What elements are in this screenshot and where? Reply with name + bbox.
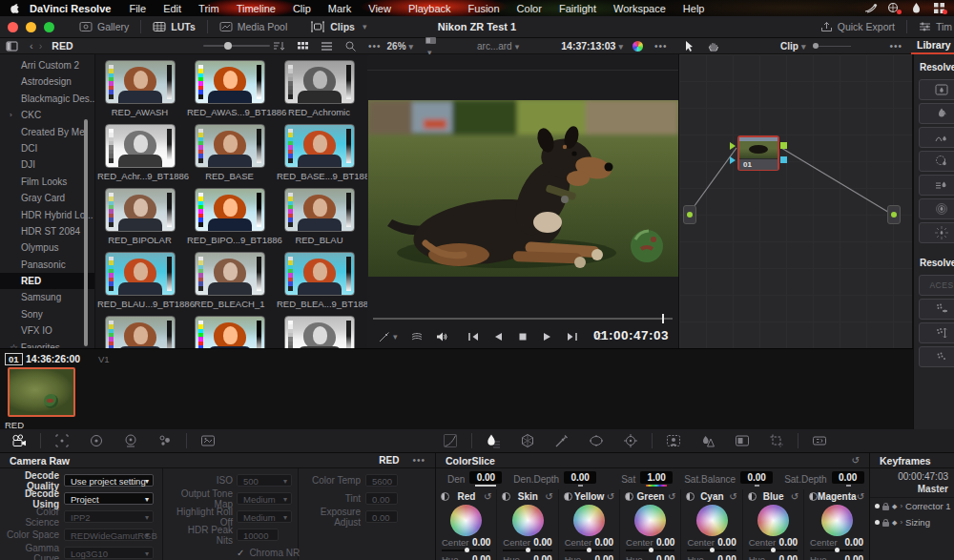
play-forward-icon[interactable] (542, 331, 553, 342)
fx-motion-blur-button[interactable] (919, 175, 954, 196)
zoom-level-dropdown[interactable]: 26%▾ (387, 41, 414, 52)
maximize-window-button[interactable] (44, 22, 54, 32)
decode-quality-select[interactable]: Use project setting▾ (64, 474, 154, 487)
tint-field[interactable]: 0.00 (365, 492, 398, 505)
stop-icon[interactable] (517, 331, 529, 342)
lock-icon[interactable] (882, 522, 889, 527)
hue-value[interactable]: 0.00 (472, 554, 490, 560)
fx-color-stabilizer-button[interactable] (919, 346, 954, 367)
vector-reset-icon[interactable]: ↺ (545, 491, 552, 502)
viewer-timecode-dropdown[interactable]: 14:37:13:03▾ (561, 40, 623, 52)
node-rgb-input-port[interactable] (730, 142, 736, 150)
keyframe-diamond-icon[interactable]: ◆ (892, 519, 897, 527)
center-value[interactable]: 0.00 (779, 537, 798, 548)
rgb-mixer-tab-icon[interactable] (157, 433, 173, 448)
vector-color-wheel[interactable] (821, 505, 853, 536)
lut-item[interactable]: RED_BIPO...9_BT1886 (187, 188, 272, 245)
qualifier-tab-icon[interactable] (554, 433, 570, 448)
skip-start-icon[interactable] (467, 331, 479, 342)
viewer-options-icon[interactable]: ••• (654, 41, 668, 52)
sizing-tab-icon[interactable] (769, 433, 784, 448)
tracker-tab-icon[interactable] (623, 433, 638, 448)
sidebar-item-dci[interactable]: DCI (0, 140, 94, 156)
decode-using-select[interactable]: Project▾ (64, 492, 154, 505)
lut-item[interactable] (187, 316, 272, 348)
node-key-output-port[interactable] (780, 156, 787, 163)
grab-still-icon[interactable]: ▾ (379, 331, 398, 342)
color-match-tab-icon[interactable] (54, 433, 70, 448)
fx-radial-blur-button[interactable] (919, 198, 954, 219)
close-window-button[interactable] (8, 22, 18, 32)
fx-color-generator-button[interactable] (919, 322, 954, 343)
hue-value[interactable]: 0.00 (533, 554, 551, 560)
menu-color[interactable]: Color (508, 3, 550, 14)
minimize-window-button[interactable] (26, 22, 36, 32)
quick-export-button[interactable]: Quick Export (809, 16, 906, 37)
sidebar-item-astrodesign[interactable]: Astrodesign (0, 73, 94, 90)
sidebar-item-samsung[interactable]: Samsung (0, 289, 94, 305)
hue-value[interactable]: 0.00 (779, 554, 798, 560)
sidebar-item-panasonic[interactable]: Panasonic (0, 257, 94, 273)
menu-fairlight[interactable]: Fairlight (550, 3, 605, 14)
list-view-icon[interactable] (321, 40, 333, 52)
center-value[interactable]: 0.00 (717, 537, 736, 548)
keyframe-diamond-icon[interactable]: ◆ (892, 503, 897, 510)
sidebar-item-blackmagic[interactable]: Blackmagic Des... (0, 91, 94, 107)
vector-solo-icon[interactable] (502, 492, 510, 501)
menu-trim[interactable]: Trim (190, 3, 228, 14)
chroma-nr-checkbox[interactable]: ✓ (237, 548, 244, 558)
apple-menu-icon[interactable] (8, 2, 22, 14)
camera-raw-options-icon[interactable]: ••• (412, 455, 425, 466)
highlight-roll-off-select[interactable]: Medium▾ (237, 510, 292, 523)
vector-solo-icon[interactable] (748, 492, 757, 501)
video-frame[interactable] (368, 100, 678, 277)
center-slider[interactable] (442, 550, 490, 551)
fx-rays-button[interactable] (919, 222, 954, 243)
grid-view-icon[interactable] (297, 40, 309, 52)
lut-item[interactable]: RED_Achromic (277, 60, 362, 117)
lut-item[interactable]: RED_AWAS...9_BT1886 (187, 60, 272, 117)
hue-value[interactable]: 0.00 (595, 554, 613, 560)
center-slider[interactable] (565, 550, 613, 551)
fx-color-palette-button[interactable] (919, 151, 954, 172)
camera-raw-tab-icon[interactable] (11, 433, 27, 448)
color-wheels-tab-icon[interactable] (89, 433, 104, 448)
node-options-icon[interactable]: ••• (889, 41, 902, 52)
center-value[interactable]: 0.00 (656, 537, 674, 548)
node-view-dropdown[interactable]: Clip▾ (780, 41, 805, 52)
sidebar-item-film-looks[interactable]: Film Looks (0, 174, 94, 190)
unmix-icon[interactable] (411, 331, 423, 342)
vector-reset-icon[interactable]: ↺ (484, 491, 491, 502)
sidebar-toggle-icon[interactable] (6, 40, 18, 52)
current-clip-thumbnail[interactable] (8, 367, 75, 417)
lut-item[interactable]: RED_BLAU...9_BT1886 (97, 252, 182, 309)
vector-solo-icon[interactable] (564, 492, 572, 501)
vector-color-wheel[interactable] (512, 505, 544, 536)
sat-balance-field[interactable]: 0.00 (740, 471, 773, 487)
gallery-button[interactable]: Gallery (68, 16, 140, 37)
blur-tab-icon[interactable] (700, 433, 716, 448)
viewer-format-dropdown[interactable]: arc...ard▾ (477, 41, 519, 52)
cursor-tool-icon[interactable] (683, 40, 695, 52)
sidebar-item-hdr-st2084[interactable]: HDR ST 2084 (0, 223, 94, 239)
colorslice-tab-icon[interactable] (486, 433, 501, 448)
menu-workspace[interactable]: Workspace (605, 3, 674, 14)
magic-mask-tab-icon[interactable] (666, 433, 681, 448)
menu-mark[interactable]: Mark (320, 3, 360, 14)
browser-options-icon[interactable]: ••• (368, 41, 382, 52)
center-value[interactable]: 0.00 (595, 537, 613, 548)
lut-item[interactable]: RED_BLEA...9_BT1886 (277, 252, 362, 309)
stereo-3d-tab-icon[interactable] (812, 433, 827, 448)
lut-item[interactable]: RED_BIPOLAR (97, 188, 182, 245)
search-icon[interactable] (344, 40, 357, 52)
fx-color-compressor-button[interactable] (919, 299, 954, 320)
status-comet-icon[interactable] (863, 2, 878, 14)
center-slider[interactable] (810, 550, 863, 551)
key-tab-icon[interactable] (735, 433, 750, 448)
colorslice-reset-icon[interactable]: ↺ (852, 455, 860, 466)
hdr-wheels-tab-icon[interactable] (123, 433, 138, 448)
den-field[interactable]: 0.00 (469, 471, 502, 487)
menu-file[interactable]: File (120, 3, 155, 14)
sidebar-item-created-by-me[interactable]: Created By Me (0, 124, 94, 140)
sidebar-scrollbar[interactable] (84, 119, 88, 346)
